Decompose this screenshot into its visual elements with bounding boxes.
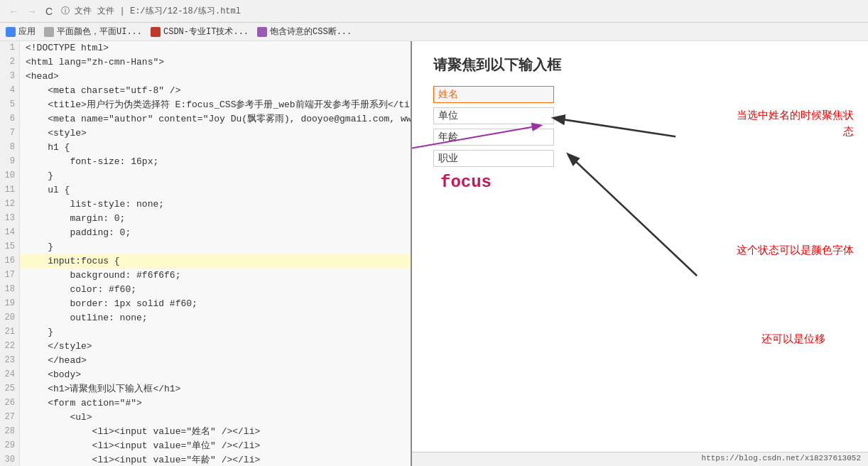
line-text: padding: 0; [20, 226, 131, 240]
bookmark-csdn[interactable]: CSDN-专业IT技术... [151, 26, 249, 38]
forward-button[interactable]: → [24, 4, 40, 18]
csdn-icon [151, 27, 161, 37]
code-line-12: 12 list-style: none; [0, 197, 411, 212]
color-annotation-label: 这个状态可以是颜色字体 [733, 244, 854, 257]
line-number: 14 [0, 226, 20, 240]
line-text: <title>用户行为伪类选择符 E:focus_CSS参考手册_web前端开发… [20, 98, 412, 112]
line-number: 13 [0, 212, 20, 226]
code-line-28: 28 <li><input value="姓名" /></li> [0, 425, 411, 439]
line-text: <meta charset="utf-8" /> [20, 84, 180, 98]
bookmark-baoyuan[interactable]: 饱含诗意的CSS断... [257, 26, 352, 38]
form-input-职业[interactable] [433, 150, 554, 167]
focus-annotation-label: focus [440, 173, 492, 192]
line-text: <li><input value="姓名" /></li> [20, 425, 260, 439]
line-text: border: 1px solid #f60; [20, 297, 197, 311]
bookmark-pingmian-label: 平面颜色，平面UI... [57, 26, 142, 38]
line-text: </head> [20, 354, 87, 368]
preview-form [433, 86, 847, 167]
line-text: } [20, 240, 53, 254]
code-line-27: 27 <ul> [0, 411, 411, 425]
code-line-19: 19 border: 1px solid #f60; [0, 297, 411, 311]
line-number: 17 [0, 269, 20, 283]
line-text: <style> [20, 126, 87, 141]
line-number: 16 [0, 254, 20, 269]
line-number: 23 [0, 354, 20, 368]
form-input-姓名[interactable] [433, 86, 554, 103]
nav-buttons: ← → C [6, 4, 55, 18]
code-line-29: 29 <li><input value="单位" /></li> [0, 439, 411, 453]
form-input-年龄[interactable] [433, 129, 554, 146]
line-number: 30 [0, 453, 20, 466]
line-text: <!DOCTYPE html> [20, 41, 109, 55]
line-number: 21 [0, 325, 20, 340]
form-list-item [433, 86, 847, 103]
code-line-17: 17 background: #f6f6f6; [0, 269, 411, 283]
line-text: background: #f6f6f6; [20, 269, 180, 283]
line-number: 4 [0, 84, 20, 98]
preview-title: 请聚焦到以下输入框 [433, 55, 847, 75]
line-text: h1 { [20, 141, 70, 155]
shift-annotation-label: 还可以是位移 [761, 332, 825, 346]
back-button[interactable]: ← [6, 4, 21, 18]
line-text: margin: 0; [20, 212, 125, 226]
line-number: 2 [0, 55, 20, 70]
line-text: <html lang="zh-cmn-Hans"> [20, 55, 164, 70]
svg-line-2 [569, 155, 698, 276]
browser-nav-bar: ← → C ⓘ 文件 文件 | E:/练习/12-18/练习.html [0, 0, 868, 23]
main-content: 1<!DOCTYPE html>2<html lang="zh-cmn-Hans… [0, 41, 868, 466]
code-line-26: 26 <form action="#"> [0, 396, 411, 411]
code-line-2: 2<html lang="zh-cmn-Hans"> [0, 55, 411, 70]
line-number: 15 [0, 240, 20, 254]
form-input-list [433, 86, 847, 167]
bookmark-apps[interactable]: 应用 [6, 26, 36, 38]
code-line-13: 13 margin: 0; [0, 212, 411, 226]
code-line-14: 14 padding: 0; [0, 226, 411, 240]
line-text: } [20, 169, 53, 183]
code-line-22: 22 </style> [0, 340, 411, 354]
line-number: 27 [0, 411, 20, 425]
line-text: <li><input value="单位" /></li> [20, 439, 260, 453]
code-line-25: 25 <h1>请聚焦到以下输入框</h1> [0, 382, 411, 396]
code-line-6: 6 <meta name="author" content="Joy Du(飘零… [0, 112, 411, 126]
line-number: 12 [0, 197, 20, 212]
code-line-7: 7 <style> [0, 126, 411, 141]
url-bar-text: 文件 | E:/练习/12-18/练习.html [97, 5, 862, 17]
bookmarks-bar: 应用 平面颜色，平面UI... CSDN-专业IT技术... 饱含诗意的CSS断… [0, 23, 868, 41]
form-input-单位[interactable] [433, 107, 554, 124]
line-text: <meta name="author" content="Joy Du(飘零雾雨… [20, 112, 412, 126]
bookmark-pingmian[interactable]: 平面颜色，平面UI... [44, 26, 142, 38]
line-text: <form action="#"> [20, 396, 142, 411]
line-text: <h1>请聚焦到以下输入框</h1> [20, 382, 180, 396]
pingmian-icon [44, 27, 54, 37]
line-number: 26 [0, 396, 20, 411]
line-text: <head> [20, 70, 59, 84]
code-line-9: 9 font-size: 16px; [0, 155, 411, 169]
line-text: outline: none; [20, 311, 148, 325]
line-number: 20 [0, 311, 20, 325]
code-line-11: 11 ul { [0, 183, 411, 197]
line-number: 7 [0, 126, 20, 141]
code-line-5: 5 <title>用户行为伪类选择符 E:focus_CSS参考手册_web前端… [0, 98, 411, 112]
code-line-24: 24 <body> [0, 368, 411, 382]
line-text: } [20, 325, 53, 340]
reload-button[interactable]: C [43, 4, 55, 18]
line-text: ul { [20, 183, 70, 197]
line-text: input:focus { [20, 254, 120, 269]
apps-icon [6, 27, 16, 37]
line-number: 25 [0, 382, 20, 396]
line-number: 22 [0, 340, 20, 354]
code-line-1: 1<!DOCTYPE html> [0, 41, 411, 55]
line-number: 8 [0, 141, 20, 155]
bookmark-baoyuan-label: 饱含诗意的CSS断... [270, 26, 352, 38]
line-text: <ul> [20, 411, 92, 425]
line-number: 19 [0, 297, 20, 311]
code-line-20: 20 outline: none; [0, 311, 411, 325]
line-number: 5 [0, 98, 20, 112]
line-number: 3 [0, 70, 20, 84]
code-line-21: 21 } [0, 325, 411, 340]
code-line-18: 18 color: #f60; [0, 283, 411, 297]
code-line-23: 23 </head> [0, 354, 411, 368]
form-list-item [433, 150, 847, 167]
form-list-item [433, 129, 847, 146]
code-line-15: 15 } [0, 240, 411, 254]
